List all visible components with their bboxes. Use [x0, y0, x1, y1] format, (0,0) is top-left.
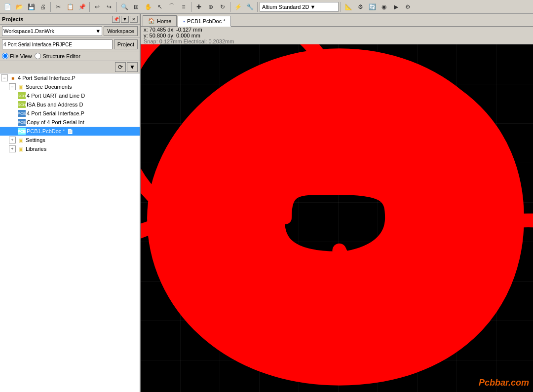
tree-item-libraries[interactable]: + ▣ Libraries [0, 144, 140, 153]
sep3 [116, 2, 117, 12]
open-btn[interactable]: 📂 [14, 1, 25, 12]
new-btn[interactable]: 📄 [2, 1, 13, 12]
spiral-artwork [141, 44, 533, 392]
status-line3: Snap: 0.127mm Electrical: 0.2032mm [144, 38, 530, 44]
source-docs-expand-btn[interactable]: − [9, 83, 16, 90]
settings-label: Settings [26, 137, 45, 143]
copy-label: Copy of 4 Port Serial Int [27, 119, 84, 125]
pcb1-modified-icon: 📄 [67, 129, 73, 134]
panel-title: Projects [2, 16, 23, 22]
tree-item-copy[interactable]: PCB Copy of 4 Port Serial Int [0, 118, 140, 127]
tree-item-serial[interactable]: PCB 4 Port Serial Interface.P [0, 109, 140, 118]
workspace-bar: Workspace1.DsnWrk ▼ Workspace [0, 25, 140, 38]
file-view-radio[interactable] [2, 53, 8, 59]
structure-editor-radio-label[interactable]: Structure Editor [35, 53, 80, 59]
source-docs-folder-icon: ▣ [17, 83, 25, 90]
tree-item-isa[interactable]: SCH ISA Bus and Address D [0, 100, 140, 109]
file-view-radio-label[interactable]: File View [2, 53, 32, 59]
paste-btn[interactable]: 📌 [76, 1, 87, 12]
view-dropdown[interactable]: Altium Standard 2D ▼ [260, 2, 339, 12]
copy-btn[interactable]: 📋 [65, 1, 76, 12]
bus-btn[interactable]: ≡ [178, 1, 189, 12]
settings-expand-btn[interactable]: + [9, 137, 16, 143]
root-label: 4 Port Serial Interface.P [18, 75, 76, 81]
source-docs-label: Source Documents [26, 84, 72, 90]
view-dropdown-label: Altium Standard 2D [262, 4, 309, 10]
serial-file-icon: PCB [18, 110, 26, 117]
panel-close-btn[interactable]: ✕ [130, 16, 138, 23]
project-name: 4 Port Serial Interface.PRJPCE [2, 39, 113, 49]
pcb1-file-icon: PCB [18, 128, 26, 135]
uart-file-icon: SCH [18, 92, 26, 99]
sep4 [191, 2, 191, 12]
status-bar: x: 70.485 dx: -0.127 mm y: 50.800 dy: 0.… [141, 27, 533, 44]
tab-pcb1[interactable]: ▪ PCB1.PcbDoc * [178, 16, 230, 27]
refresh-icon-btn[interactable]: ⟳ [115, 62, 126, 72]
home-tab-label: Home [157, 18, 171, 24]
structure-editor-radio[interactable] [35, 53, 41, 59]
workspace-name: Workspace1.DsnWrk [3, 28, 54, 34]
pcb1-tab-icon: ▪ [183, 19, 185, 24]
select-btn[interactable]: ↖ [154, 1, 165, 12]
serial-label: 4 Port Serial Interface.P [27, 110, 84, 116]
tree-item-uart[interactable]: SCH 4 Port UART and Line D [0, 91, 140, 100]
project-bar: 4 Port Serial Interface.PRJPCE Project [0, 38, 140, 51]
pcb1-label: PCB1.PcbDoc * [27, 128, 65, 134]
isa-label: ISA Bus and Address D [27, 102, 83, 107]
panel-menu-btn[interactable]: ▼ [121, 16, 129, 23]
pcb-canvas[interactable]: Pcbbar.com [141, 44, 533, 392]
settings-folder-icon: ▣ [17, 137, 25, 143]
main-content-area: 🏠 Home ▪ PCB1.PcbDoc * x: 70.485 dx: -0.… [141, 14, 533, 392]
workspace-button[interactable]: Workspace [104, 26, 138, 36]
file-view-label: File View [10, 53, 32, 59]
3d-btn[interactable]: ◉ [379, 1, 389, 12]
tab-home[interactable]: 🏠 Home [143, 15, 177, 26]
dropdown-arrow-icon: ▼ [310, 4, 315, 10]
project-icon: ■ [9, 74, 17, 81]
tree-item-pcb1[interactable]: PCB PCB1.PcbDoc * 📄 [0, 127, 140, 136]
panel-header: Projects 📌 ▼ ✕ [0, 14, 140, 25]
undo-btn[interactable]: ↩ [92, 1, 103, 12]
libraries-folder-icon: ▣ [17, 145, 25, 152]
run-btn[interactable]: ▶ [390, 1, 401, 12]
libraries-label: Libraries [26, 146, 46, 152]
config-btn[interactable]: ⚙ [402, 1, 413, 12]
main-layout: Projects 📌 ▼ ✕ Workspace1.DsnWrk ▼ Works… [0, 14, 533, 392]
layers-btn[interactable]: 📐 [343, 1, 354, 12]
cross-btn[interactable]: ✚ [193, 1, 204, 12]
panel-pin-btn[interactable]: 📌 [112, 16, 120, 23]
sync-btn[interactable]: 🔄 [367, 1, 378, 12]
route-btn[interactable]: ⚡ [232, 1, 243, 12]
sep5 [230, 2, 230, 12]
comp-btn[interactable]: 🔧 [244, 1, 255, 12]
project-button[interactable]: Project [114, 39, 138, 49]
libraries-expand-btn[interactable]: + [9, 145, 16, 152]
source-docs-item[interactable]: − ▣ Source Documents [0, 82, 140, 91]
home-tab-icon: 🏠 [148, 18, 155, 24]
project-tree[interactable]: − ■ 4 Port Serial Interface.P − ▣ Source… [0, 73, 140, 392]
copy-file-icon: PCB [18, 119, 26, 126]
tree-root-item[interactable]: − ■ 4 Port Serial Interface.P [0, 73, 140, 82]
move-btn[interactable]: ⊕ [205, 1, 216, 12]
print-btn[interactable]: 🖨 [38, 1, 48, 12]
save-btn[interactable]: 💾 [26, 1, 37, 12]
workspace-dropdown-arrow: ▼ [95, 28, 101, 34]
main-toolbar: 📄 📂 💾 🖨 ✂ 📋 📌 ↩ ↪ 🔍 ⊞ ✋ ↖ ⌒ ≡ ✚ ⊕ ↻ ⚡ 🔧 … [0, 0, 533, 14]
drc-btn[interactable]: ⚙ [355, 1, 366, 12]
cut-btn[interactable]: ✂ [53, 1, 64, 12]
rotate-btn[interactable]: ↻ [217, 1, 228, 12]
fit-btn[interactable]: ⊞ [131, 1, 142, 12]
tree-item-settings[interactable]: + ▣ Settings [0, 136, 140, 144]
wire-btn[interactable]: ⌒ [166, 1, 177, 12]
redo-btn[interactable]: ↪ [104, 1, 114, 12]
status-line2: y: 50.800 dy: 0.000 mm [144, 33, 530, 38]
workspace-dropdown[interactable]: Workspace1.DsnWrk ▼ [2, 26, 102, 36]
options-icon-btn[interactable]: ▼ [127, 62, 138, 72]
zoom-in-btn[interactable]: 🔍 [119, 1, 130, 12]
isa-file-icon: SCH [18, 101, 26, 108]
pan-btn[interactable]: ✋ [143, 1, 153, 12]
sep1 [50, 2, 51, 12]
structure-editor-label: Structure Editor [42, 53, 80, 59]
root-expand-btn[interactable]: − [1, 74, 8, 81]
projects-panel: Projects 📌 ▼ ✕ Workspace1.DsnWrk ▼ Works… [0, 14, 141, 392]
